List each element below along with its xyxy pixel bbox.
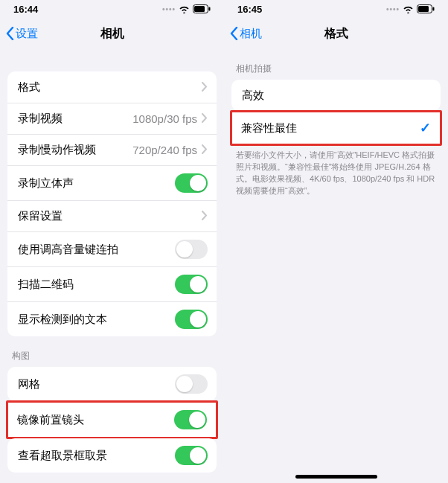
highlight-mirror-front: 镜像前置镜头: [6, 400, 218, 439]
settings-group-1: 格式 录制视频 1080p/30 fps 录制慢动作视频 720p/240 fp…: [7, 71, 217, 336]
row-live-text[interactable]: 显示检测到的文本: [7, 301, 217, 336]
status-right: ••••: [386, 4, 435, 13]
row-label: 使用调高音量键连拍: [18, 243, 118, 257]
row-detail-text: 720p/240 fps: [132, 144, 197, 156]
row-label: 保留设置: [18, 209, 63, 223]
battery-icon: [193, 4, 211, 13]
chevron-left-icon: [230, 27, 238, 40]
option-most-compatible[interactable]: 兼容性最佳 ✓: [232, 112, 440, 144]
camera-settings-screen: 16:44 •••• 设置 相机 格式 录制视频 1080p/30 fps: [0, 0, 224, 483]
row-mirror-front-camera[interactable]: 镜像前置镜头: [8, 403, 216, 437]
grid-toggle[interactable]: [175, 374, 208, 394]
row-label: 录制慢动作视频: [18, 143, 96, 157]
row-label: 格式: [18, 80, 40, 95]
row-label: 录制视频: [18, 112, 63, 126]
row-label: 镜像前置镜头: [17, 413, 84, 427]
row-record-video[interactable]: 录制视频 1080p/30 fps: [7, 103, 217, 134]
row-label: 查看超取景框取景: [18, 449, 107, 463]
section-header-composition: 构图: [0, 336, 224, 367]
content: 相机拍摄 高效 兼容性最佳 ✓ 若要缩小文件大小，请使用“高效”HEIF/HEV…: [224, 49, 448, 483]
row-label: 兼容性最佳: [241, 121, 297, 135]
status-time: 16:44: [13, 4, 38, 15]
chevron-right-icon: [202, 210, 208, 223]
chevron-right-icon: [202, 144, 208, 156]
row-label: 网格: [18, 377, 40, 391]
status-bar: 16:45 ••••: [224, 0, 448, 18]
cellular-icon: ••••: [386, 5, 400, 13]
stereo-toggle[interactable]: [175, 173, 208, 193]
row-view-outside-frame[interactable]: 查看超取景框取景: [7, 438, 217, 473]
highlight-most-compatible: 兼容性最佳 ✓: [230, 110, 442, 146]
cellular-icon: ••••: [162, 5, 176, 13]
wifi-icon: [403, 5, 414, 13]
scan-qr-toggle[interactable]: [175, 275, 208, 294]
svg-rect-5: [433, 7, 435, 11]
status-bar: 16:44 ••••: [0, 0, 224, 18]
back-label: 设置: [16, 27, 38, 41]
chevron-right-icon: [202, 112, 208, 125]
live-text-toggle[interactable]: [175, 310, 208, 329]
home-indicator[interactable]: [295, 475, 377, 479]
nav-title: 格式: [324, 26, 348, 42]
row-label: 高效: [242, 89, 264, 103]
formats-screen: 16:45 •••• 相机 格式 相机拍摄 高效 兼容性最佳: [224, 0, 448, 483]
row-grid[interactable]: 网格: [7, 367, 217, 401]
back-button[interactable]: 设置: [6, 27, 38, 41]
row-stereo[interactable]: 录制立体声: [7, 165, 217, 200]
settings-group-2b: 查看超取景框取景: [7, 438, 217, 473]
section-footer-formats: 若要缩小文件大小，请使用“高效”HEIF/HEVC 格式拍摄照片和视频。“兼容性…: [224, 145, 448, 200]
section-header-capture: 相机拍摄: [224, 49, 448, 80]
svg-rect-4: [418, 6, 429, 12]
checkmark-icon: ✓: [420, 120, 431, 136]
battery-icon: [417, 4, 435, 13]
content: 格式 录制视频 1080p/30 fps 录制慢动作视频 720p/240 fp…: [0, 49, 224, 483]
row-label: 扫描二维码: [18, 278, 74, 292]
settings-group-2: 网格: [7, 367, 217, 401]
wifi-icon: [179, 5, 190, 13]
row-record-slomo[interactable]: 录制慢动作视频 720p/240 fps: [7, 134, 217, 165]
option-high-efficiency[interactable]: 高效: [231, 80, 441, 111]
svg-rect-2: [209, 7, 211, 11]
row-scan-qr[interactable]: 扫描二维码: [7, 266, 217, 301]
status-time: 16:45: [237, 4, 262, 15]
row-detail-text: 1080p/30 fps: [132, 112, 197, 125]
nav-title: 相机: [100, 26, 124, 42]
svg-rect-1: [194, 6, 205, 12]
row-label: 录制立体声: [18, 176, 74, 191]
status-right: ••••: [162, 4, 211, 13]
row-preserve-settings[interactable]: 保留设置: [7, 200, 217, 231]
nav-bar: 设置 相机: [0, 18, 224, 49]
row-formats[interactable]: 格式: [7, 71, 217, 103]
chevron-left-icon: [6, 27, 14, 40]
back-button[interactable]: 相机: [230, 27, 262, 41]
format-options: 高效: [231, 80, 441, 111]
volume-burst-toggle[interactable]: [175, 240, 208, 259]
back-label: 相机: [240, 27, 262, 41]
row-volume-burst[interactable]: 使用调高音量键连拍: [7, 231, 217, 266]
nav-bar: 相机 格式: [224, 18, 448, 49]
section-header-photo-capture: 照片拍摄: [0, 473, 224, 483]
mirror-front-toggle[interactable]: [174, 410, 207, 429]
chevron-right-icon: [202, 81, 208, 94]
outside-frame-toggle[interactable]: [175, 446, 208, 465]
row-label: 显示检测到的文本: [18, 313, 107, 327]
